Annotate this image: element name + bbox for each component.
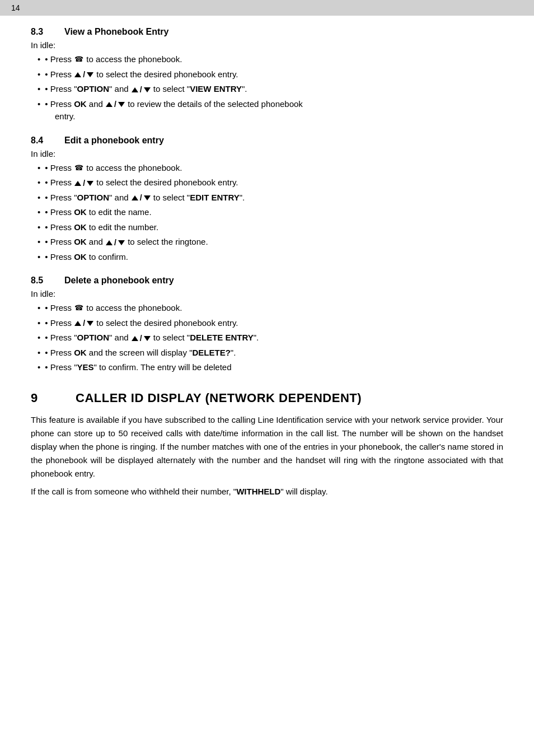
bullet-8-4-1: • Press ☎ to access the phonebook.: [38, 162, 503, 175]
bullet-marker: •: [45, 347, 50, 360]
tri-down-icon3: [118, 102, 125, 107]
page-header: 14: [0, 0, 534, 16]
bullet-8-3-4: • Press OK and / to review the details o…: [38, 98, 503, 123]
delete-entry-label: DELETE ENTRY: [190, 333, 254, 342]
section-8-4-title: Edit a phonebook entry: [64, 136, 503, 146]
tri-up-85-3: [132, 336, 138, 341]
bullet-8-4-4: • Press OK to edit the name.: [38, 206, 503, 219]
bullet-8-4-3-content: Press "OPTION" and / to select "EDIT ENT…: [50, 192, 503, 204]
tri-down-85-2: [87, 321, 93, 326]
option-84-3: OPTION: [77, 193, 110, 202]
tri-up-icon3: [106, 102, 113, 107]
slash: /: [83, 69, 85, 81]
section-8-3-number: 8.3: [31, 27, 64, 37]
bullet-marker: •: [45, 98, 50, 111]
tri-up-84-2: [74, 181, 81, 186]
bullet-marker: •: [45, 83, 50, 96]
bullet-8-3-4-content: Press OK and / to review the details of …: [50, 98, 503, 123]
slash-84-6: /: [114, 237, 116, 249]
bullet-8-5-3: • Press "OPTION" and / to select "DELETE…: [38, 332, 503, 344]
phonebook-icon: ☎: [74, 54, 83, 65]
tri-down-84-6: [118, 240, 125, 245]
tri-down-84-2: [87, 181, 93, 186]
bullet-8-4-2-content: Press / to select the desired phonebook …: [50, 176, 503, 189]
tri-down-84-3: [144, 195, 151, 200]
section-8-5-title: Delete a phonebook entry: [64, 276, 503, 286]
ok-84-6: OK: [74, 237, 87, 246]
bullet-8-5-3-content: Press "OPTION" and / to select "DELETE E…: [50, 332, 503, 344]
bullet-8-5-5: • Press "YES" to confirm. The entry will…: [38, 361, 503, 374]
yes-label: YES: [77, 362, 94, 372]
bullet-marker: •: [45, 176, 50, 189]
tri-up-icon2: [132, 87, 138, 92]
bullet-8-5-1: • Press ☎ to access the phonebook.: [38, 302, 503, 315]
bullet-8-4-5-content: Press OK to edit the number.: [50, 221, 503, 234]
tri-up-84-3: [132, 195, 138, 200]
delete-question-label: DELETE?: [192, 348, 230, 357]
section-8-3-bullets: • Press ☎ to access the phonebook. • Pre…: [38, 53, 503, 123]
section-8-5: 8.5 Delete a phonebook entry In idle: • …: [31, 276, 503, 374]
ok-label: OK: [74, 99, 87, 109]
bullet-8-5-2: • Press / to select the desired phoneboo…: [38, 317, 503, 330]
section-8-4: 8.4 Edit a phonebook entry In idle: • Pr…: [31, 136, 503, 264]
section-8-3-title: View a Phonebook Entry: [64, 27, 503, 37]
ok-84-5: OK: [74, 222, 87, 232]
bullet-8-4-7-content: Press OK to confirm.: [50, 251, 503, 264]
bullet-8-4-6: • Press OK and / to select the ringtone.: [38, 236, 503, 249]
chapter-9-heading: 9 CALLER ID DISPLAY (NETWORK DEPENDENT): [31, 391, 503, 405]
chapter-9-para-1: This feature is available if you have su…: [31, 413, 503, 480]
nav-updown-icon2: /: [131, 84, 151, 96]
page-number: 14: [11, 3, 20, 12]
ok-84-7: OK: [74, 252, 87, 262]
bullet-marker: •: [45, 302, 50, 315]
section-8-4-number: 8.4: [31, 136, 64, 146]
nav-updown-84-3: /: [131, 192, 151, 204]
bullet-marker: •: [45, 361, 50, 374]
bullet-marker: •: [45, 221, 50, 234]
phonebook-icon-85-1: ☎: [74, 302, 83, 314]
bullet-8-3-2: • Press / to select the desired phoneboo…: [38, 68, 503, 81]
phonebook-icon-84-1: ☎: [74, 162, 83, 174]
section-8-5-number: 8.5: [31, 276, 64, 286]
section-8-4-bullets: • Press ☎ to access the phonebook. • Pre…: [38, 162, 503, 264]
option-label: OPTION: [77, 84, 110, 94]
bullet-8-5-5-content: Press "YES" to confirm. The entry will b…: [50, 361, 503, 374]
bullet-8-3-2-content: Press / to select the desired phonebook …: [50, 68, 503, 81]
content-area: 8.3 View a Phonebook Entry In idle: • Pr…: [0, 16, 534, 524]
ok-85-4: OK: [74, 348, 87, 357]
bullet-8-5-1-content: Press ☎ to access the phonebook.: [50, 302, 503, 315]
bullet-8-4-3: • Press "OPTION" and / to select "EDIT E…: [38, 192, 503, 204]
bullet-marker: •: [45, 332, 50, 344]
section-8-5-heading: 8.5 Delete a phonebook entry: [31, 276, 503, 286]
chapter-9-para-2: If the call is from someone who withheld…: [31, 485, 503, 498]
section-8-3-idle: In idle:: [31, 40, 503, 50]
section-8-5-idle: In idle:: [31, 289, 503, 298]
nav-updown-icon3: /: [105, 99, 125, 110]
bullet-8-3-3-content: Press "OPTION" and / to select "VIEW ENT…: [50, 83, 503, 96]
bullet-8-5-4: • Press OK and the screen will display "…: [38, 347, 503, 360]
bullet-marker: •: [45, 53, 50, 66]
bullet-marker: •: [45, 206, 50, 219]
slash3: /: [114, 99, 116, 110]
nav-updown-84-2: /: [74, 178, 94, 189]
nav-updown-85-3: /: [131, 333, 151, 344]
section-8-4-idle: In idle:: [31, 149, 503, 158]
section-8-5-bullets: • Press ☎ to access the phonebook. • Pre…: [38, 302, 503, 374]
section-8-4-heading: 8.4 Edit a phonebook entry: [31, 136, 503, 146]
tri-down-icon: [87, 72, 93, 77]
bullet-marker: •: [45, 317, 50, 330]
slash-85-3: /: [140, 333, 142, 344]
chapter-9-title: CALLER ID DISPLAY (NETWORK DEPENDENT): [76, 391, 503, 405]
bullet-marker: •: [45, 236, 50, 249]
bullet-8-4-4-content: Press OK to edit the name.: [50, 206, 503, 219]
slash-84-3: /: [140, 192, 142, 204]
edit-entry-label: EDIT ENTRY: [190, 193, 240, 202]
tri-down-85-3: [144, 336, 151, 341]
nav-updown-85-2: /: [74, 318, 94, 329]
section-8-3: 8.3 View a Phonebook Entry In idle: • Pr…: [31, 27, 503, 123]
slash-85-2: /: [83, 318, 85, 329]
page-container: 14 8.3 View a Phonebook Entry In idle: •…: [0, 0, 534, 756]
bullet-marker: •: [45, 192, 50, 204]
bullet-8-3-1-content: Press ☎ to access the phonebook.: [50, 53, 503, 66]
nav-updown-84-6: /: [105, 237, 125, 249]
